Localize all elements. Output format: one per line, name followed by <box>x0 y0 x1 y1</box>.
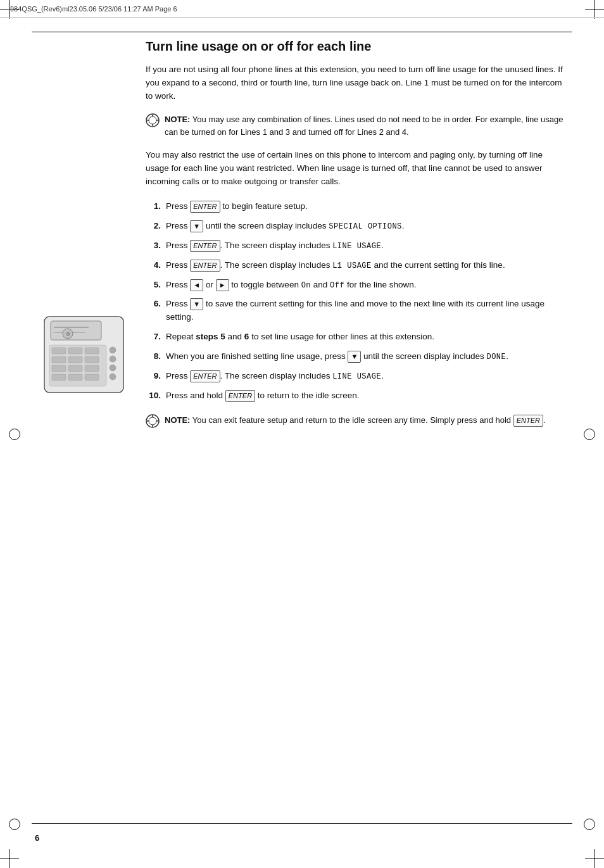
svg-rect-5 <box>52 348 66 354</box>
step-9: 9. Press ENTER. The screen display inclu… <box>146 370 566 383</box>
step-4: 4. Press ENTER. The screen display inclu… <box>146 259 566 272</box>
svg-point-24 <box>149 116 156 124</box>
step-7: 7. Repeat steps 5 and 6 to set line usag… <box>146 330 566 344</box>
step-8-mono: DONE <box>486 353 506 362</box>
svg-rect-7 <box>85 348 99 354</box>
phone-image: ⊕ <box>32 310 136 399</box>
step-9-content: Press ENTER. The screen display includes… <box>166 370 566 383</box>
intro-paragraph: If you are not using all four phone line… <box>146 63 566 103</box>
note-box-2: NOTE: You can exit feature setup and ret… <box>146 414 566 428</box>
step-4-content: Press ENTER. The screen display includes… <box>166 259 566 272</box>
step-6: 6. Press ▼ to save the current setting f… <box>146 298 566 324</box>
bottom-rule <box>32 823 572 824</box>
svg-rect-11 <box>52 365 66 372</box>
svg-rect-13 <box>85 365 99 372</box>
steps-list: 1. Press ENTER to begin feature setup. 2… <box>146 200 566 403</box>
step-3-num: 3. <box>146 239 161 253</box>
svg-rect-16 <box>85 374 99 381</box>
step-5-off: Off <box>330 281 344 290</box>
svg-rect-8 <box>52 356 66 363</box>
svg-rect-9 <box>68 356 82 363</box>
step-8-num: 8. <box>146 350 161 363</box>
page-title: Turn line usage on or off for each line <box>146 38 566 54</box>
svg-point-20 <box>110 374 116 380</box>
crop-mark-bl-h <box>0 859 19 859</box>
step-9-num: 9. <box>146 370 161 383</box>
crop-mark-br-v <box>595 849 595 868</box>
step-3-content: Press ENTER. The screen display includes… <box>166 239 566 253</box>
step-2-content: Press ▼ until the screen display include… <box>166 220 566 233</box>
note-icon-1 <box>146 113 160 127</box>
svg-rect-14 <box>52 374 66 381</box>
note-1-content: NOTE: You may use any combination of lin… <box>165 113 566 139</box>
note-2-key: ENTER <box>513 415 543 427</box>
step-1-content: Press ENTER to begin feature setup. <box>166 200 566 213</box>
top-rule <box>32 32 572 32</box>
step-5: 5. Press ◄ or ► to toggle between On and… <box>146 279 566 292</box>
step-9-key: ENTER <box>190 370 220 382</box>
step-9-mono: LINE USAGE <box>332 372 381 381</box>
step-7-num: 7. <box>146 330 161 344</box>
step-5-on: On <box>301 281 311 290</box>
step-8: 8. When you are finished setting line us… <box>146 350 566 363</box>
svg-rect-6 <box>68 348 82 354</box>
step-5-key-right: ► <box>216 279 229 291</box>
step-10: 10. Press and hold ENTER to return to th… <box>146 389 566 403</box>
step-3-key: ENTER <box>190 240 220 252</box>
page-number: 6 <box>35 833 39 843</box>
header-text: 984QSG_(Rev6)ml23.05.06 5/23/06 11:27 AM… <box>10 5 177 13</box>
svg-rect-15 <box>68 374 82 381</box>
step-4-num: 4. <box>146 259 161 272</box>
phone-illustration: ⊕ <box>38 313 130 396</box>
step-10-content: Press and hold ENTER to return to the id… <box>166 389 566 403</box>
step-6-num: 6. <box>146 298 161 311</box>
step-8-key: ▼ <box>348 351 361 363</box>
step-2-mono: SPECIAL OPTIONS <box>329 222 402 231</box>
step-7-content: Repeat steps 5 and 6 to set line usage f… <box>166 330 566 344</box>
step-5-num: 5. <box>146 279 161 292</box>
step-7-bold2: 6 <box>244 332 249 341</box>
step-2-key: ▼ <box>190 220 203 232</box>
step-7-bold1: steps 5 <box>196 332 225 341</box>
step-6-content: Press ▼ to save the current setting for … <box>166 298 566 324</box>
svg-rect-12 <box>68 365 82 372</box>
step-3-mono: LINE USAGE <box>332 242 381 251</box>
step-1-key: ENTER <box>190 201 220 213</box>
svg-text:⊕: ⊕ <box>66 331 70 337</box>
main-content: Turn line usage on or off for each line … <box>146 38 566 817</box>
registration-circle-bottom-right <box>584 819 595 830</box>
note-1-label: NOTE: <box>165 115 190 124</box>
note-icon-2 <box>146 414 160 428</box>
step-2: 2. Press ▼ until the screen display incl… <box>146 220 566 233</box>
step-2-num: 2. <box>146 220 161 233</box>
note-2-text: You can exit feature setup and return to… <box>192 415 511 425</box>
step-6-key: ▼ <box>190 298 203 310</box>
note-2-content: NOTE: You can exit feature setup and ret… <box>165 414 566 427</box>
step-4-mono: L1 USAGE <box>332 261 372 270</box>
step-4-key: ENTER <box>190 260 220 272</box>
svg-point-18 <box>110 356 116 362</box>
step-1: 1. Press ENTER to begin feature setup. <box>146 200 566 213</box>
registration-circle-right <box>584 429 595 440</box>
second-paragraph: You may also restrict the use of certain… <box>146 149 566 189</box>
svg-rect-1 <box>51 321 101 340</box>
step-5-content: Press ◄ or ► to toggle between On and Of… <box>166 279 566 292</box>
note-box-1: NOTE: You may use any combination of lin… <box>146 113 566 139</box>
step-8-content: When you are finished setting line usage… <box>166 350 566 363</box>
svg-rect-10 <box>85 356 99 363</box>
svg-point-17 <box>110 347 116 353</box>
note-2-label: NOTE: <box>165 415 190 425</box>
note-1-text: You may use any combination of lines. Li… <box>165 115 563 137</box>
registration-circle-left <box>9 429 20 440</box>
registration-circle-bottom-left <box>9 819 20 830</box>
step-3: 3. Press ENTER. The screen display inclu… <box>146 239 566 253</box>
step-10-num: 10. <box>146 389 161 403</box>
svg-point-30 <box>149 417 156 425</box>
header-bar: 984QSG_(Rev6)ml23.05.06 5/23/06 11:27 AM… <box>0 0 604 18</box>
crop-mark-bl-v <box>9 849 9 868</box>
step-10-key: ENTER <box>225 390 255 402</box>
step-5-key-left: ◄ <box>190 279 203 291</box>
step-1-num: 1. <box>146 200 161 213</box>
svg-point-19 <box>110 365 116 371</box>
